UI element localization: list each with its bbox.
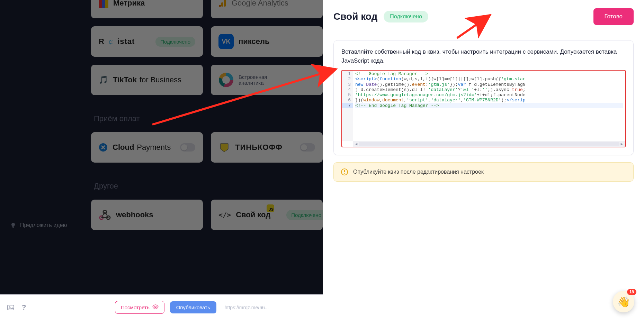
quiz-url: https://mrqz.me/66... bbox=[225, 305, 269, 310]
status-badge: Подключено bbox=[155, 37, 195, 47]
ga-icon bbox=[218, 0, 227, 7]
suggest-idea-button[interactable]: Предложить идею bbox=[10, 222, 67, 228]
done-button[interactable]: Готово bbox=[593, 8, 634, 25]
card-label: webhooks bbox=[116, 210, 153, 219]
svg-rect-0 bbox=[99, 0, 102, 8]
donut-icon bbox=[218, 72, 234, 88]
section-title-payments: Приём оплат bbox=[94, 114, 323, 123]
card-label: ТИНЬКОФФ bbox=[235, 143, 283, 152]
card-label: Метрика bbox=[113, 0, 145, 8]
card-builtin-analytics[interactable]: Встроеннаяаналитика bbox=[211, 65, 323, 95]
card-label: Google Analytics bbox=[232, 0, 288, 8]
tinkoff-icon bbox=[218, 141, 230, 153]
code-editor[interactable]: 1 2 3 4 5 6 7 <!-- Google Tag Manager --… bbox=[341, 70, 626, 147]
publish-button[interactable]: Опубликовать bbox=[170, 301, 216, 313]
help-icon[interactable]: ? bbox=[20, 304, 28, 311]
svg-point-18 bbox=[155, 306, 156, 308]
toggle[interactable] bbox=[180, 143, 195, 152]
editor-container: Вставляйте собственный код в квиз, чтобы… bbox=[333, 40, 634, 155]
card-label: Свой код bbox=[236, 210, 270, 219]
card-label: TikTok for Business bbox=[113, 75, 181, 84]
card-label: пиксель bbox=[239, 37, 270, 46]
preview-button[interactable]: Посмотреть bbox=[115, 301, 164, 314]
card-label: R☼istat bbox=[99, 37, 135, 46]
tiktok-icon: 🎵 bbox=[99, 75, 108, 84]
svg-rect-4 bbox=[224, 0, 226, 7]
svg-rect-21 bbox=[344, 173, 345, 174]
svg-rect-15 bbox=[12, 227, 14, 228]
card-cloudpayments[interactable]: CloudPayments bbox=[91, 132, 203, 163]
own-code-panel: Свой код Подключено Готово Вставляйте со… bbox=[323, 0, 644, 320]
card-google-analytics[interactable]: Google Analytics bbox=[211, 0, 323, 18]
chat-fab[interactable]: 👋 18 bbox=[613, 291, 634, 312]
warning-icon bbox=[341, 168, 348, 176]
horizontal-scrollbar[interactable]: ◄ ► bbox=[353, 141, 625, 147]
svg-rect-5 bbox=[221, 2, 223, 7]
cloudpayments-icon bbox=[99, 143, 108, 152]
toggle[interactable] bbox=[300, 143, 315, 152]
card-roistat[interactable]: R☼istat Подключено bbox=[91, 26, 203, 57]
code-content[interactable]: <!-- Google Tag Manager --> <script>(fun… bbox=[353, 71, 625, 141]
bulb-icon bbox=[10, 222, 16, 228]
status-badge: Подключено bbox=[286, 210, 326, 220]
line-gutter: 1 2 3 4 5 6 7 bbox=[342, 71, 353, 141]
vk-icon: VK bbox=[218, 34, 234, 49]
svg-rect-2 bbox=[105, 0, 108, 8]
background-integrations: Метрика Google Analytics R☼istat Подключ… bbox=[0, 0, 323, 320]
webhooks-icon bbox=[99, 210, 111, 220]
svg-rect-20 bbox=[344, 170, 345, 172]
metrika-icon bbox=[99, 0, 108, 8]
chat-badge: 18 bbox=[627, 289, 636, 295]
card-label: CloudPayments bbox=[113, 143, 171, 152]
scroll-right-icon[interactable]: ► bbox=[619, 142, 624, 146]
suggest-label: Предложить идею bbox=[20, 222, 67, 228]
card-yandex-metrika[interactable]: Метрика bbox=[91, 0, 203, 18]
editor-description: Вставляйте собственный код в квиз, чтобы… bbox=[341, 47, 626, 65]
eye-icon bbox=[152, 304, 159, 310]
card-tiktok[interactable]: 🎵 TikTok for Business bbox=[91, 65, 203, 95]
section-title-other: Другое bbox=[94, 182, 323, 191]
code-icon: </> bbox=[218, 211, 231, 219]
warning-alert: Опубликуйте квиз после редактирования на… bbox=[333, 162, 634, 182]
card-webhooks[interactable]: webhooks bbox=[91, 200, 203, 230]
card-tinkoff[interactable]: ТИНЬКОФФ bbox=[211, 132, 323, 163]
image-icon[interactable] bbox=[7, 304, 15, 311]
card-own-code[interactable]: </> Свой код JS Подключено bbox=[211, 200, 323, 230]
footer-bar: ? Посмотреть Опубликовать https://mrqz.m… bbox=[0, 294, 323, 320]
panel-title: Свой код bbox=[333, 11, 377, 22]
wave-icon: 👋 bbox=[617, 296, 630, 308]
status-badge: Подключено bbox=[384, 11, 428, 22]
svg-point-6 bbox=[219, 5, 221, 7]
card-vk-pixel[interactable]: VK пиксель bbox=[211, 26, 323, 57]
card-label: Встроеннаяаналитика bbox=[239, 74, 267, 86]
warning-text: Опубликуйте квиз после редактирования на… bbox=[353, 169, 484, 175]
svg-rect-1 bbox=[102, 0, 105, 8]
js-badge-icon: JS bbox=[267, 204, 274, 212]
scroll-left-icon[interactable]: ◄ bbox=[354, 142, 359, 146]
